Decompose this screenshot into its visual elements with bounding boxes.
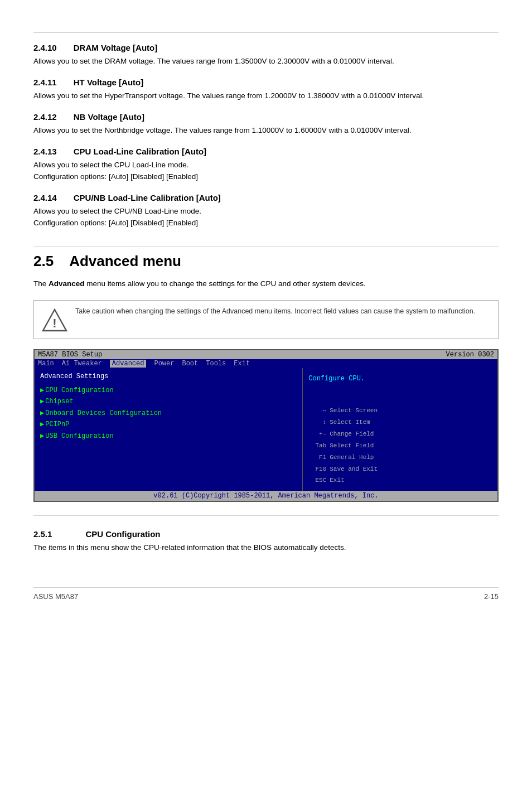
bios-desc-select-screen: Select Screen bbox=[330, 405, 378, 417]
bios-desc-esc: Exit bbox=[330, 475, 344, 486]
section-2412-number: 2.4.12 bbox=[33, 112, 57, 122]
bios-menu-advanced[interactable]: Advanced bbox=[110, 360, 147, 368]
section-2412-title: NB Voltage [Auto] bbox=[74, 112, 144, 122]
bios-desc-select-field: Select Field bbox=[330, 440, 374, 452]
section-2411-body: Allows you to set the HyperTransport vol… bbox=[33, 90, 499, 102]
section-2413-body2: Configuration options: [Auto] [Disabled]… bbox=[33, 172, 198, 181]
bios-footer: v02.61 (C)Copyright 1985-2011, American … bbox=[35, 491, 497, 501]
section-25-title: Advanced menu bbox=[69, 253, 181, 270]
bios-right-panel: Configure CPU. ↔ Select Screen ↕ Select … bbox=[303, 368, 497, 491]
section-2414-body1: Allows you to select the CPU/NB Load-Lin… bbox=[33, 207, 201, 215]
section-25-intro: The Advanced menu items allow you to cha… bbox=[33, 278, 499, 290]
bios-item-chipset[interactable]: Chipset bbox=[40, 396, 297, 407]
warning-icon: ! bbox=[42, 307, 67, 333]
bios-desc-select-item: Select Item bbox=[330, 417, 370, 428]
section-2413-body: Allows you to select the CPU Load-Line m… bbox=[33, 160, 499, 183]
bios-key-tab: Tab bbox=[308, 440, 326, 452]
section-2411-title: HT Voltage [Auto] bbox=[74, 78, 144, 87]
intro-part1: The bbox=[33, 279, 49, 288]
bios-key-arrows: ↔ bbox=[308, 405, 326, 417]
section-251-number: 2.5.1 bbox=[33, 529, 52, 539]
bios-item-cpu[interactable]: CPU Configuration bbox=[40, 385, 297, 396]
section-2414-heading: 2.4.14CPU/NB Load-Line Calibration [Auto… bbox=[33, 193, 499, 202]
bios-title-bar: M5A87 BIOS Setup Version 0302 bbox=[35, 350, 497, 359]
bios-key-updown: ↕ bbox=[308, 417, 326, 428]
section-251-title: CPU Configuration bbox=[85, 529, 160, 539]
bios-configure-text: Configure CPU. bbox=[308, 375, 492, 383]
bios-key-plusminus: +- bbox=[308, 428, 326, 440]
bios-help-esc: ESC Exit bbox=[308, 475, 492, 486]
bios-menu-bar: Main Ai Tweaker Advanced Power Boot Tool… bbox=[35, 359, 497, 368]
bios-item-pcipnp[interactable]: PCIPnP bbox=[40, 419, 297, 430]
bios-menu-ai-tweaker[interactable]: Ai Tweaker bbox=[62, 360, 102, 368]
section-25: 2.5 Advanced menu The Advanced menu item… bbox=[33, 247, 499, 502]
section-2414-title: CPU/NB Load-Line Calibration [Auto] bbox=[74, 193, 221, 202]
bios-desc-save-exit: Save and Exit bbox=[330, 463, 378, 475]
section-2414-body2: Configuration options: [Auto] [Disabled]… bbox=[33, 219, 198, 227]
bios-key-f10: F10 bbox=[308, 463, 326, 475]
bios-desc-change-field: Change Field bbox=[330, 428, 374, 440]
section-2412-heading: 2.4.12NB Voltage [Auto] bbox=[33, 112, 499, 122]
bios-help-save-exit: F10 Save and Exit bbox=[308, 463, 492, 475]
bios-menu-exit[interactable]: Exit bbox=[234, 360, 250, 368]
bios-screen: M5A87 BIOS Setup Version 0302 Main Ai Tw… bbox=[33, 349, 499, 502]
bios-item-onboard[interactable]: Onboard Devices Configuration bbox=[40, 408, 297, 419]
bios-help-section: ↔ Select Screen ↕ Select Item +- Change … bbox=[308, 405, 492, 486]
section-2413-number: 2.4.13 bbox=[33, 147, 57, 156]
bios-help-select-item: ↕ Select Item bbox=[308, 417, 492, 428]
bios-key-esc: ESC bbox=[308, 475, 326, 486]
bios-item-usb[interactable]: USB Configuration bbox=[40, 431, 297, 442]
bios-desc-general-help: General Help bbox=[330, 452, 374, 463]
bios-menu-tools[interactable]: Tools bbox=[206, 360, 226, 368]
intro-part2: menu items allow you to change the setti… bbox=[85, 279, 366, 288]
section-251-body: The items in this menu show the CPU-rela… bbox=[33, 542, 499, 554]
section-2410-title: DRAM Voltage [Auto] bbox=[74, 43, 158, 52]
bios-title-left: M5A87 BIOS Setup bbox=[38, 351, 102, 359]
section-2413-body1: Allows you to select the CPU Load-Line m… bbox=[33, 161, 188, 169]
page-footer: ASUS M5A87 2-15 bbox=[33, 587, 499, 601]
section-25-number: 2.5 bbox=[33, 253, 54, 270]
bios-help-select-screen: ↔ Select Screen bbox=[308, 405, 492, 417]
section-2414-body: Allows you to select the CPU/NB Load-Lin… bbox=[33, 206, 499, 229]
section-251-heading: 2.5.1 CPU Configuration bbox=[33, 529, 499, 539]
svg-text:!: ! bbox=[52, 316, 56, 330]
section-25-heading: 2.5 Advanced menu bbox=[33, 253, 499, 270]
bios-body: Advanced Settings CPU Configuration Chip… bbox=[35, 368, 497, 491]
section-2414-number: 2.4.14 bbox=[33, 193, 57, 202]
bios-menu-power[interactable]: Power bbox=[154, 360, 174, 368]
bios-title-right: Version 0302 bbox=[446, 351, 494, 359]
section-251: 2.5.1 CPU Configuration The items in thi… bbox=[33, 529, 499, 554]
section-2412-body: Allows you to set the Northbridge voltag… bbox=[33, 125, 499, 137]
bios-key-f1: F1 bbox=[308, 452, 326, 463]
section-2413-title: CPU Load-Line Calibration [Auto] bbox=[74, 147, 206, 156]
footer-left: ASUS M5A87 bbox=[33, 592, 78, 601]
section-2410-body: Allows you to set the DRAM voltage. The … bbox=[33, 56, 499, 67]
warning-text: Take caution when changing the settings … bbox=[75, 306, 475, 317]
bios-menu-boot[interactable]: Boot bbox=[182, 360, 198, 368]
bios-section-title: Advanced Settings bbox=[40, 373, 297, 380]
bios-help-general-help: F1 General Help bbox=[308, 452, 492, 463]
section-2411-heading: 2.4.11HT Voltage [Auto] bbox=[33, 78, 499, 87]
intro-bold: Advanced bbox=[49, 279, 85, 288]
section-2411-number: 2.4.11 bbox=[33, 78, 57, 87]
section-2410-heading: 2.4.10DRAM Voltage [Auto] bbox=[33, 43, 499, 52]
footer-right: 2-15 bbox=[484, 592, 499, 601]
warning-box: ! Take caution when changing the setting… bbox=[33, 300, 499, 339]
section-2413-heading: 2.4.13CPU Load-Line Calibration [Auto] bbox=[33, 147, 499, 156]
bios-menu-main[interactable]: Main bbox=[38, 360, 54, 368]
section-2410-number: 2.4.10 bbox=[33, 43, 57, 52]
bios-help-change-field: +- Change Field bbox=[308, 428, 492, 440]
bios-help-select-field: Tab Select Field bbox=[308, 440, 492, 452]
bios-left-panel: Advanced Settings CPU Configuration Chip… bbox=[35, 368, 303, 491]
